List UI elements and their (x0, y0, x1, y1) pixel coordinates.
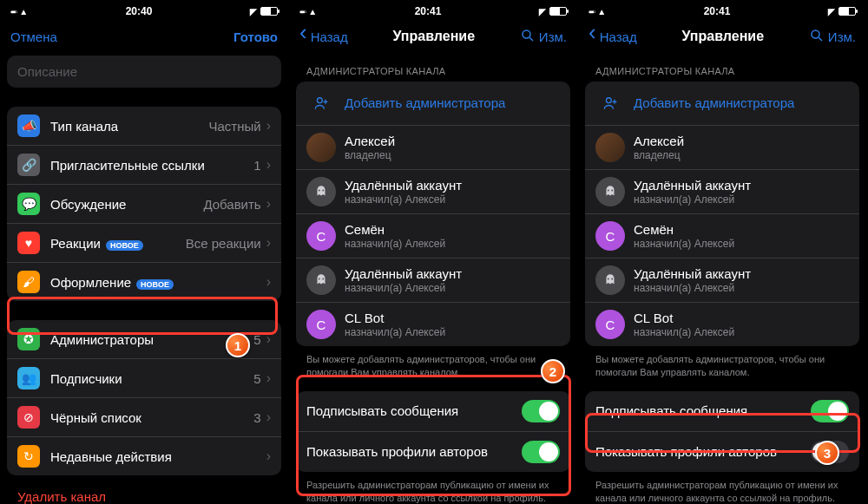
settings-row[interactable]: 👥Подписчики5› (7, 359, 281, 398)
location-icon (250, 5, 257, 17)
admin-name: Семён (345, 222, 445, 238)
location-icon (539, 5, 546, 17)
nav-header: Назад Управление Изм. (578, 19, 866, 54)
admin-sub: назначил(а) Алексей (634, 282, 751, 294)
brush-icon: 🖌 (17, 271, 40, 293)
back-button[interactable]: Назад (299, 29, 348, 44)
avatar: C (595, 221, 625, 251)
cancel-button[interactable]: Отмена (10, 29, 57, 44)
svg-point-6 (322, 190, 324, 192)
heart-icon: ♥ (17, 232, 40, 254)
link-icon: 🔗 (17, 154, 40, 176)
svg-point-11 (606, 98, 611, 103)
delete-channel-button[interactable]: Удалить канал (7, 475, 281, 504)
settings-row[interactable]: 🖌ОформлениеНОВОЕ› (7, 263, 281, 301)
svg-line-10 (819, 37, 822, 41)
back-button[interactable]: Назад (589, 29, 637, 44)
location-icon (828, 5, 835, 17)
admin-row[interactable]: Удалённый аккаунтназначил(а) Алексей (296, 170, 570, 214)
battery-icon (838, 7, 856, 16)
toggle-label: Показывать профили авторов (306, 444, 488, 459)
search-icon[interactable] (520, 28, 536, 46)
wifi-icon (308, 5, 317, 17)
admin-name: Удалённый аккаунт (634, 266, 751, 282)
admin-row[interactable]: Удалённый аккаунтназначил(а) Алексей (296, 259, 570, 303)
ghost-avatar-icon (595, 177, 625, 206)
signal-icon (10, 5, 16, 17)
shield-icon: ✪ (17, 328, 40, 350)
ghost-avatar-icon (306, 177, 336, 206)
admin-sub: назначил(а) Алексей (345, 326, 445, 338)
footer-hint-2: Разрешить администраторам публикацию от … (296, 472, 570, 504)
edit-button[interactable]: Изм. (828, 29, 856, 44)
panel-edit-channel: 20:40 Отмена Готово Описание 📣Тип канала… (0, 0, 289, 504)
settings-row[interactable]: 📣Тип каналаЧастный› (7, 107, 281, 146)
admin-sub: назначил(а) Алексей (634, 193, 751, 206)
footer-hint: Вы можете добавлять администраторов, что… (585, 346, 859, 391)
toggle-switch[interactable] (522, 400, 560, 422)
toggle-switch[interactable] (522, 441, 560, 463)
admin-name: Семён (634, 222, 734, 238)
admin-row[interactable]: CCL Botназначил(а) Алексей (585, 303, 859, 346)
ghost-avatar-icon (595, 265, 625, 295)
admin-row[interactable]: CCL Botназначил(а) Алексей (296, 303, 570, 346)
toggle-row: Подписывать сообщения (585, 391, 859, 432)
description-field[interactable]: Описание (7, 56, 281, 88)
row-value: 1 (253, 158, 260, 173)
settings-row[interactable]: ⊘Чёрный список3› (7, 398, 281, 437)
add-admin-button[interactable]: Добавить администратора (296, 82, 570, 126)
ghost-avatar-icon (306, 265, 336, 295)
svg-point-0 (523, 30, 530, 38)
admin-row[interactable]: Удалённый аккаунтназначил(а) Алексей (585, 259, 859, 303)
step-badge-3: 3 (815, 441, 839, 465)
settings-row[interactable]: 🔗Пригласительные ссылки1› (7, 146, 281, 185)
admin-row[interactable]: CСемённазначил(а) Алексей (585, 214, 859, 259)
admin-row[interactable]: Алексейвладелец (296, 126, 570, 170)
toggle-row: Показывать профили авторов (296, 432, 570, 472)
status-time: 20:41 (415, 5, 442, 17)
admin-name: Удалённый аккаунт (345, 178, 462, 193)
admin-sub: назначил(а) Алексей (634, 326, 734, 338)
svg-point-9 (812, 30, 819, 38)
settings-row[interactable]: 💬ОбсуждениеДобавить› (7, 185, 281, 224)
chevron-left-icon (589, 29, 596, 44)
new-badge: НОВОЕ (136, 279, 174, 290)
avatar (595, 133, 625, 162)
add-admin-button[interactable]: Добавить администратора (585, 82, 859, 126)
admin-row[interactable]: Алексейвладелец (585, 126, 859, 170)
svg-point-2 (317, 98, 322, 103)
chevron-right-icon: › (266, 157, 271, 173)
done-button[interactable]: Готово (233, 29, 278, 44)
svg-point-7 (319, 278, 320, 280)
battery-icon (549, 7, 567, 16)
settings-row[interactable]: ♥РеакцииНОВОЕВсе реакции› (7, 224, 281, 263)
add-admin-label: Добавить администратора (634, 95, 794, 111)
row-label: Администраторы (50, 332, 253, 347)
chat-icon: 💬 (17, 193, 40, 215)
section-header: АДМИНИСТРАТОРЫ КАНАЛА (585, 54, 859, 82)
row-value: Частный (209, 119, 261, 134)
row-label: Чёрный список (50, 410, 253, 425)
block-icon: ⊘ (17, 406, 40, 429)
admin-row[interactable]: CСемённазначил(а) Алексей (296, 214, 570, 259)
step-badge-2: 2 (541, 359, 565, 383)
chevron-right-icon: › (266, 118, 271, 134)
edit-button[interactable]: Изм. (539, 29, 567, 44)
svg-point-16 (608, 278, 609, 280)
svg-point-15 (611, 190, 613, 192)
admin-sub: назначил(а) Алексей (634, 238, 734, 250)
settings-row[interactable]: ↻Недавные действия› (7, 437, 281, 475)
admin-sub: назначил(а) Алексей (345, 282, 462, 294)
admin-row[interactable]: Удалённый аккаунтназначил(а) Алексей (585, 170, 859, 214)
search-icon[interactable] (809, 28, 825, 46)
avatar: C (306, 310, 336, 339)
admin-sub: назначил(а) Алексей (345, 238, 445, 250)
toggle-switch[interactable] (811, 400, 849, 422)
chevron-right-icon: › (266, 274, 271, 290)
panel-manage-3: 20:41 Назад Управление Изм. АДМИНИСТРАТО… (578, 0, 867, 504)
chevron-right-icon: › (266, 370, 271, 386)
page-title: Управление (348, 29, 520, 44)
svg-point-5 (319, 190, 320, 192)
admin-sub: владелец (634, 149, 684, 161)
battery-icon (260, 7, 278, 16)
